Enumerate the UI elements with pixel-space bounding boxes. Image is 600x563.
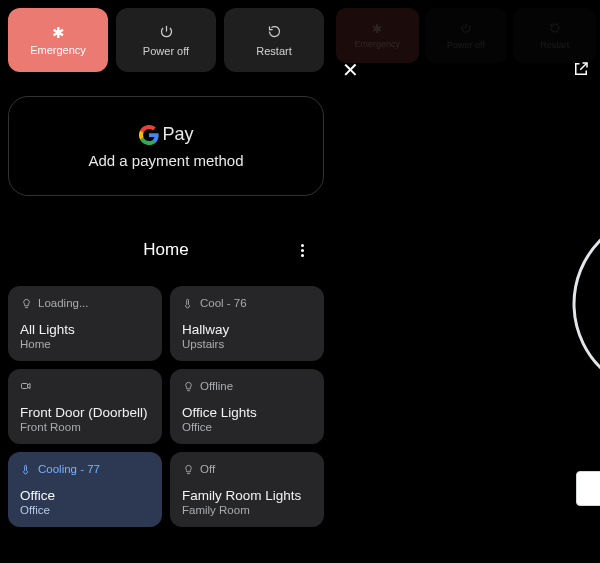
power-off-button-dim: Power off <box>425 8 508 63</box>
emergency-label: Emergency <box>355 39 401 49</box>
restart-icon <box>549 22 561 37</box>
thermostat-icon <box>20 463 32 475</box>
home-title: Home <box>143 240 188 260</box>
power-off-button[interactable]: Power off <box>116 8 216 72</box>
gpay-subtext: Add a payment method <box>88 152 243 169</box>
tile-name: Front Door (Doorbell) <box>20 405 150 420</box>
tile-name: Family Room Lights <box>182 488 312 503</box>
tile-room: Front Room <box>20 421 150 433</box>
gpay-card[interactable]: Pay Add a payment method <box>8 96 324 196</box>
tile-room: Office <box>20 504 150 516</box>
emergency-icon: ✱ <box>52 25 65 40</box>
dimmed-background: ✱ Emergency Power off Restart ✕ <box>332 0 600 88</box>
bulb-icon <box>182 380 194 392</box>
tile-room: Office <box>182 421 312 433</box>
camera-icon <box>20 380 32 392</box>
restart-label: Restart <box>256 45 291 57</box>
restart-button-dim: Restart <box>513 8 596 63</box>
tile-name: All Lights <box>20 322 150 337</box>
restart-button[interactable]: Restart <box>224 8 324 72</box>
tile-status <box>20 380 150 392</box>
device-tile-office-thermostat[interactable]: Cooling - 77 Office Office <box>8 452 162 527</box>
device-tile-hallway[interactable]: Cool - 76 Hallway Upstairs <box>170 286 324 361</box>
open-external-icon[interactable] <box>572 60 590 82</box>
tile-status: Cooling - 77 <box>20 463 150 475</box>
dim-power-row: ✱ Emergency Power off Restart <box>336 8 596 63</box>
emergency-button-dim: ✱ Emergency <box>336 8 419 63</box>
google-g-icon <box>138 124 160 146</box>
power-off-label: Power off <box>447 40 485 50</box>
svg-rect-0 <box>22 384 28 389</box>
temp-adjust-row: − + <box>559 362 600 398</box>
tile-status-text: Cooling - 77 <box>38 463 100 475</box>
gpay-logo: Pay <box>138 124 193 146</box>
thermostat-icon <box>182 297 194 309</box>
tile-name: Office <box>20 488 150 503</box>
more-icon[interactable] <box>290 238 314 262</box>
device-tile-office-lights[interactable]: Offline Office Lights Office <box>170 369 324 444</box>
power-icon <box>460 22 472 37</box>
tile-room: Home <box>20 338 150 350</box>
tile-status: Cool - 76 <box>182 297 312 309</box>
device-tile-all-lights[interactable]: Loading... All Lights Home <box>8 286 162 361</box>
power-menu-panel: ✱ Emergency Power off Restart <box>0 0 332 563</box>
power-icon <box>159 24 174 41</box>
thermostat-dial[interactable]: 77 − + <box>559 196 600 406</box>
tile-room: Upstairs <box>182 338 312 350</box>
tile-status: Offline <box>182 380 312 392</box>
tile-name: Hallway <box>182 322 312 337</box>
restart-label: Restart <box>540 40 569 50</box>
tile-status-text: Offline <box>200 380 233 392</box>
tile-room: Family Room <box>182 504 312 516</box>
bulb-icon <box>20 297 32 309</box>
thermostat-panel: ✱ Emergency Power off Restart ✕ <box>332 0 600 563</box>
tile-status-text: Off <box>200 463 215 475</box>
emergency-label: Emergency <box>30 44 86 56</box>
close-icon[interactable]: ✕ <box>342 58 359 82</box>
gpay-brand-text: Pay <box>162 124 193 145</box>
bulb-icon <box>182 463 194 475</box>
home-header: Home <box>8 234 324 266</box>
tile-status: Loading... <box>20 297 150 309</box>
emergency-icon: ✱ <box>372 22 382 36</box>
emergency-button[interactable]: ✱ Emergency <box>8 8 108 72</box>
device-tile-front-door[interactable]: Front Door (Doorbell) Front Room <box>8 369 162 444</box>
tile-name: Office Lights <box>182 405 312 420</box>
tile-status: Off <box>182 463 312 475</box>
device-tile-family-room-lights[interactable]: Off Family Room Lights Family Room <box>170 452 324 527</box>
power-row: ✱ Emergency Power off Restart <box>8 8 324 72</box>
tile-status-text: Cool - 76 <box>200 297 247 309</box>
mode-button[interactable]: Cool mode <box>576 471 600 506</box>
power-off-label: Power off <box>143 45 189 57</box>
restart-icon <box>267 24 282 41</box>
tile-status-text: Loading... <box>38 297 89 309</box>
device-tile-grid: Loading... All Lights Home Cool - 76 Hal… <box>8 286 324 527</box>
